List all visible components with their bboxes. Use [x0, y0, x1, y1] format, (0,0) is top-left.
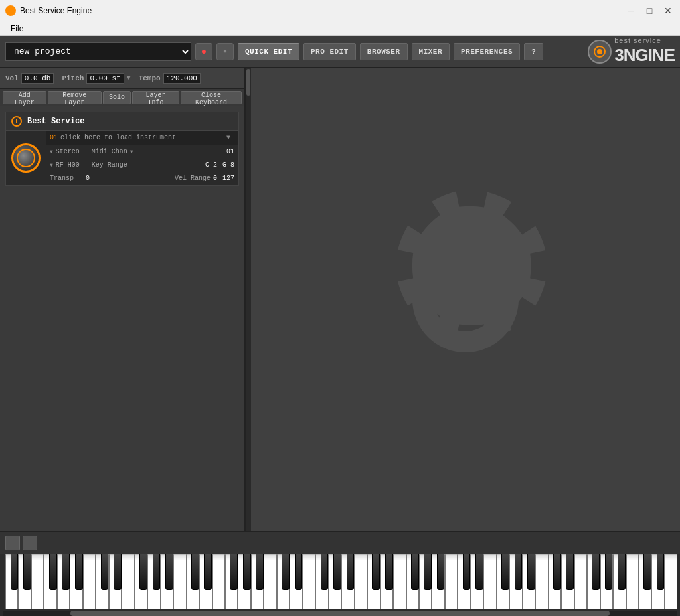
project-select[interactable]: new project — [5, 42, 191, 61]
layer-info-button[interactable]: Layer Info — [132, 91, 179, 104]
arrow-icon-2[interactable]: ▼ — [130, 149, 133, 155]
instrument-knob[interactable] — [11, 143, 41, 173]
minimize-button[interactable]: ─ — [624, 4, 638, 17]
keyboard-scrollbar-thumb[interactable] — [70, 611, 610, 616]
white-key[interactable] — [303, 554, 315, 609]
vol-value[interactable]: 0.0 db — [21, 73, 54, 84]
black-key[interactable] — [256, 554, 264, 590]
logo-product: 3NGINE — [614, 45, 675, 65]
black-key[interactable] — [139, 554, 147, 590]
solo-button[interactable]: Solo — [103, 91, 131, 104]
param-vel-max: 127 — [222, 175, 234, 182]
black-key[interactable] — [114, 554, 122, 590]
add-layer-button[interactable]: Add Layer — [3, 91, 46, 104]
black-key[interactable] — [23, 554, 31, 590]
black-key[interactable] — [333, 554, 341, 590]
black-key[interactable] — [657, 554, 665, 590]
piano-keyboard[interactable] — [5, 554, 677, 609]
white-key[interactable] — [264, 554, 276, 609]
white-key[interactable] — [665, 554, 677, 609]
white-key[interactable] — [445, 554, 458, 609]
instrument-card: Best Service — [5, 112, 239, 186]
mixer-button[interactable]: Mixer — [412, 43, 450, 60]
pitch-label: Pitch — [62, 74, 84, 82]
arrow-icon-1[interactable]: ▼ — [50, 149, 53, 155]
black-key[interactable] — [321, 554, 329, 590]
close-button[interactable]: ✕ — [661, 4, 675, 17]
black-key[interactable] — [282, 554, 290, 590]
white-key[interactable] — [574, 554, 587, 609]
black-key[interactable] — [643, 554, 651, 590]
black-key[interactable] — [230, 554, 238, 590]
tempo-control: Tempo 120.000 — [139, 73, 201, 84]
preferences-button[interactable]: Preferences — [454, 43, 520, 60]
tempo-value[interactable]: 120.000 — [163, 73, 201, 84]
black-key[interactable] — [437, 554, 445, 590]
black-key[interactable] — [49, 554, 57, 590]
keyboard-scrollbar[interactable] — [3, 611, 677, 616]
toolbar: new project ● ● Quick Edit Pro Edit Brow… — [0, 36, 680, 68]
white-key[interactable] — [535, 554, 548, 609]
load-dropdown-icon[interactable]: ▼ — [226, 134, 234, 141]
black-key[interactable] — [566, 554, 574, 590]
maximize-button[interactable]: □ — [643, 4, 656, 17]
title-bar: Best Service Engine ─ □ ✕ — [0, 0, 680, 21]
file-menu[interactable]: File — [5, 23, 29, 35]
controls-bar: Vol 0.0 db Pitch 0.00 st ▼ Tempo 120.000 — [0, 68, 244, 89]
arrow-icon-3[interactable]: ▼ — [50, 162, 53, 168]
black-key[interactable] — [411, 554, 419, 590]
white-key[interactable] — [31, 554, 44, 609]
panel-scrollbar[interactable] — [246, 68, 251, 531]
black-key[interactable] — [553, 554, 561, 590]
white-key[interactable] — [626, 554, 639, 609]
black-key[interactable] — [62, 554, 70, 590]
white-key[interactable] — [212, 554, 225, 609]
param-transp-value: 0 — [86, 175, 90, 182]
black-key[interactable] — [618, 554, 626, 590]
content-area: Vol 0.0 db Pitch 0.00 st ▼ Tempo 120.000… — [0, 68, 680, 531]
white-key[interactable] — [173, 554, 186, 609]
black-key[interactable] — [165, 554, 173, 590]
black-key[interactable] — [424, 554, 432, 590]
remove-layer-button[interactable]: Remove Layer — [48, 91, 102, 104]
white-key[interactable] — [83, 554, 96, 609]
pro-edit-button[interactable]: Pro Edit — [303, 43, 356, 60]
black-key[interactable] — [243, 554, 251, 590]
black-key[interactable] — [592, 554, 600, 590]
keyboard-control-btn-2[interactable] — [23, 536, 37, 550]
pitch-value[interactable]: 0.00 st — [86, 73, 124, 84]
black-key[interactable] — [501, 554, 509, 590]
close-keyboard-button[interactable]: Close Keyboard — [181, 91, 242, 104]
black-key[interactable] — [475, 554, 483, 590]
black-key[interactable] — [295, 554, 303, 590]
keyboard-section — [0, 531, 680, 616]
black-key[interactable] — [347, 554, 355, 590]
quick-edit-button[interactable]: Quick Edit — [238, 43, 299, 60]
white-key[interactable] — [355, 554, 367, 609]
pitch-dropdown-icon[interactable]: ▼ — [127, 74, 131, 82]
white-key[interactable] — [122, 554, 134, 609]
white-key[interactable] — [393, 554, 406, 609]
layer-buttons: Add Layer Remove Layer Solo Layer Info C… — [0, 89, 244, 106]
record-button[interactable]: ● — [195, 43, 212, 60]
white-key[interactable] — [483, 554, 496, 609]
keyboard-control-btn-1[interactable] — [5, 536, 20, 550]
black-key[interactable] — [605, 554, 613, 590]
black-key[interactable] — [191, 554, 199, 590]
black-key[interactable] — [11, 554, 19, 590]
load-instrument-button[interactable]: click here to load instrument — [60, 134, 226, 141]
black-key[interactable] — [527, 554, 535, 590]
scrollbar-thumb[interactable] — [246, 69, 250, 96]
help-button[interactable]: ? — [524, 43, 543, 60]
black-key[interactable] — [385, 554, 393, 590]
black-key[interactable] — [153, 554, 161, 590]
browser-button[interactable]: Browser — [360, 43, 408, 60]
power-button[interactable] — [11, 116, 22, 127]
black-key[interactable] — [75, 554, 83, 590]
black-key[interactable] — [204, 554, 212, 590]
black-key[interactable] — [372, 554, 380, 590]
black-key[interactable] — [463, 554, 471, 590]
black-key[interactable] — [101, 554, 109, 590]
load-instrument-row[interactable]: 01 click here to load instrument ▼ — [46, 131, 238, 145]
black-key[interactable] — [515, 554, 523, 590]
